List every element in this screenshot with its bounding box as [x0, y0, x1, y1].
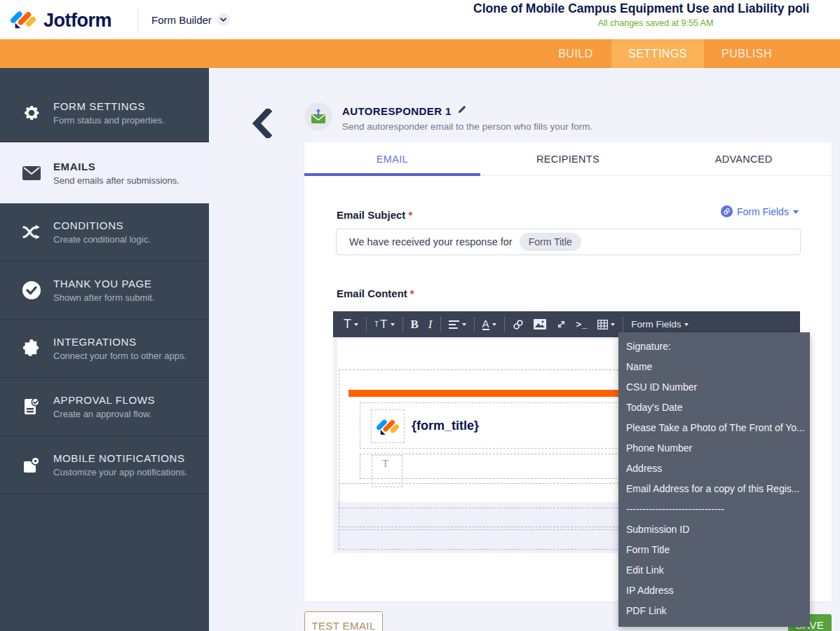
top-navigation: BUILD SETTINGS PUBLISH — [0, 39, 840, 68]
subject-text: We have received your response for — [349, 236, 513, 247]
sidebar-item-label: CONDITIONS — [53, 219, 151, 231]
autoresponder-avatar — [304, 102, 332, 130]
fullscreen-button[interactable] — [551, 315, 571, 334]
sidebar-item-description: Shown after form submit. — [53, 292, 155, 303]
link-icon — [721, 205, 733, 217]
sidebar-item-description: Create conditional logic. — [53, 234, 151, 245]
code-view-button[interactable]: >_ — [571, 315, 593, 334]
gear-icon — [21, 102, 42, 123]
email-subject-label: Email Subject* — [337, 209, 412, 221]
edit-pencil-icon[interactable] — [457, 104, 467, 117]
menu-item-form-title[interactable]: Form Title — [618, 540, 810, 560]
insert-table-button[interactable] — [592, 315, 620, 334]
back-button[interactable] — [251, 109, 275, 140]
chevron-down-icon — [217, 13, 230, 26]
sidebar-item-description: Form status and properties. — [53, 115, 165, 125]
bold-button[interactable]: B — [406, 315, 424, 334]
sidebar-item-mobile-notifications[interactable]: MOBILE NOTIFICATIONS Customize your app … — [0, 436, 209, 494]
form-title-chip[interactable]: Form Title — [520, 233, 581, 251]
envelope-icon — [21, 163, 42, 184]
jotform-logo-text: Jotform — [43, 10, 111, 32]
tab-settings[interactable]: SETTINGS — [611, 39, 704, 68]
email-tabs: EMAIL RECIPIENTS ADVANCED — [304, 142, 832, 176]
italic-button[interactable]: I — [424, 315, 438, 334]
menu-item-email-address-copy[interactable]: Email Address for a copy of this Regis..… — [618, 479, 810, 499]
menu-item-ip-address[interactable]: IP Address — [618, 581, 810, 601]
form-fields-link[interactable]: Form Fields — [721, 205, 799, 217]
menu-item-name[interactable]: Name — [618, 357, 810, 377]
autoresponder-subtitle: Send autoresponder email to the person w… — [342, 121, 592, 132]
sidebar-item-thank-you-page[interactable]: THANK YOU PAGE Shown after form submit. — [0, 262, 209, 320]
jotform-logo-icon — [10, 6, 36, 35]
sidebar-item-emails[interactable]: EMAILS Send emails after submissions. — [0, 142, 209, 203]
menu-item-phone-number[interactable]: Phone Number — [618, 438, 810, 459]
header-divider — [137, 8, 138, 32]
autoresponder-title: AUTORESPONDER 1 — [342, 105, 452, 117]
menu-item-submission-id[interactable]: Submission ID — [618, 520, 810, 540]
tab-recipients[interactable]: RECIPIENTS — [480, 142, 656, 175]
menu-item-address[interactable]: Address — [618, 459, 810, 479]
menu-item-pdf-link[interactable]: PDF Link — [618, 601, 810, 621]
shuffle-icon — [21, 222, 42, 243]
sidebar-item-label: EMAILS — [53, 161, 179, 172]
form-builder-page: Jotform Form Builder Clone of Mobile Cam… — [0, 0, 840, 631]
sidebar-item-description: Create an approval flow. — [53, 409, 155, 419]
toolbar-form-fields-button[interactable]: Form Fields — [626, 315, 693, 334]
menu-item-csu-id-number[interactable]: CSU ID Number — [618, 377, 810, 398]
insert-image-button[interactable] — [529, 315, 551, 334]
tab-build[interactable]: BUILD — [540, 39, 611, 68]
tab-advanced[interactable]: ADVANCED — [656, 142, 832, 175]
font-size-button[interactable]: TT — [370, 315, 400, 334]
save-status: All changes saved at 9:55 AM — [557, 18, 754, 28]
sidebar-item-form-settings[interactable]: FORM SETTINGS Form status and properties… — [0, 84, 209, 142]
product-switcher[interactable]: Form Builder — [151, 0, 230, 39]
tab-publish[interactable]: PUBLISH — [704, 39, 790, 68]
sidebar-item-conditions[interactable]: CONDITIONS Create conditional logic. — [0, 203, 209, 262]
jotform-logo[interactable]: Jotform — [10, 6, 111, 35]
app-header: Jotform Form Builder Clone of Mobile Cam… — [0, 0, 840, 39]
email-logo-box — [371, 409, 405, 443]
check-circle-icon — [21, 280, 42, 301]
align-button[interactable] — [444, 315, 471, 334]
email-subject-input[interactable]: We have received your response for Form … — [336, 229, 801, 255]
form-fields-menu: Signature: Name CSU ID Number Today's Da… — [618, 332, 810, 627]
sidebar-item-label: INTEGRATIONS — [53, 336, 187, 348]
mobile-bell-icon — [21, 454, 42, 475]
menu-item-photo-front[interactable]: Please Take a Photo of The Front of Yo..… — [618, 418, 810, 438]
sidebar-item-description: Connect your form to other apps. — [53, 351, 187, 361]
menu-item-edit-link[interactable]: Edit Link — [618, 560, 810, 581]
test-email-button[interactable]: TEST EMAIL — [304, 611, 383, 631]
chevron-down-icon — [793, 210, 799, 214]
approval-doc-icon — [21, 396, 42, 417]
settings-sidebar: FORM SETTINGS Form status and properties… — [0, 68, 209, 631]
menu-divider: ------------------------------ — [618, 499, 810, 520]
form-title[interactable]: Clone of Mobile Campus Equipment Use and… — [473, 1, 809, 16]
sidebar-item-label: THANK YOU PAGE — [53, 278, 155, 290]
insert-link-button[interactable] — [508, 315, 529, 334]
email-content-label: Email Content* — [337, 287, 414, 299]
menu-item-signature[interactable]: Signature: — [618, 337, 810, 357]
tab-email[interactable]: EMAIL — [304, 142, 480, 175]
jotform-logo-small — [376, 414, 400, 438]
sidebar-item-description: Send emails after submissions. — [53, 175, 179, 186]
sidebar-item-label: APPROVAL FLOWS — [53, 394, 155, 406]
font-family-button[interactable]: T — [339, 315, 363, 334]
menu-item-todays-date[interactable]: Today's Date — [618, 398, 810, 418]
sidebar-item-approval-flows[interactable]: APPROVAL FLOWS Create an approval flow. — [0, 378, 209, 436]
active-tab-indicator — [304, 173, 480, 176]
sidebar-item-description: Customize your app notifications. — [53, 467, 187, 477]
form-title-token[interactable]: {form_title} — [412, 419, 479, 433]
product-name: Form Builder — [151, 14, 212, 26]
sidebar-item-integrations[interactable]: INTEGRATIONS Connect your form to other … — [0, 320, 209, 378]
font-color-button[interactable]: A — [477, 315, 501, 334]
puzzle-icon — [21, 338, 42, 359]
sidebar-item-label: FORM SETTINGS — [53, 100, 165, 112]
sidebar-item-label: MOBILE NOTIFICATIONS — [53, 452, 187, 464]
